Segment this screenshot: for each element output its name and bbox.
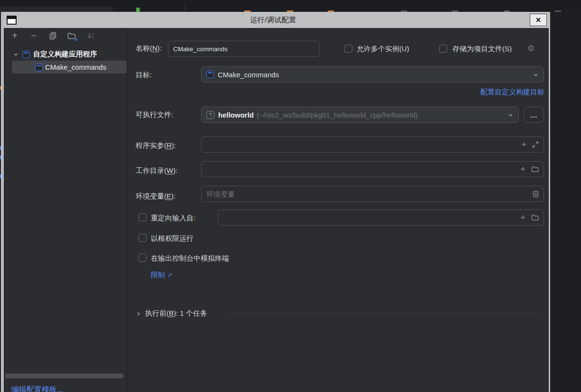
program-arguments-label: 程序实参(R): — [136, 141, 176, 150]
chevron-right-icon[interactable] — [136, 311, 141, 317]
ide-background-strip — [0, 0, 581, 12]
add-configuration-button[interactable]: + — [10, 31, 19, 40]
section-divider — [227, 313, 539, 314]
custom-build-app-icon — [22, 51, 30, 58]
name-label: 名称(N): — [136, 44, 162, 53]
tree-group-label: 自定义构建应用程序 — [33, 50, 97, 59]
folder-icon[interactable] — [531, 214, 539, 221]
target-select[interactable]: CMake_commands — [201, 66, 544, 82]
copy-configuration-button[interactable] — [48, 31, 57, 40]
chevron-down-icon — [533, 72, 539, 78]
store-as-project-file-label: 存储为项目文件(S) — [452, 45, 512, 54]
window-icon — [7, 16, 17, 25]
configurations-sidebar: + − — [4, 28, 127, 392]
custom-build-app-icon — [35, 64, 43, 71]
expand-icon[interactable] — [532, 141, 539, 148]
working-directory-field[interactable]: + — [201, 161, 544, 177]
custom-build-app-icon — [206, 71, 214, 78]
configure-custom-build-targets-link[interactable]: 配置自定义构建目标 — [480, 88, 544, 97]
allow-multiple-instances-checkbox[interactable] — [344, 45, 352, 53]
executable-label: 可执行文件: — [136, 110, 173, 119]
run-debug-configurations-dialog: 运行/调试配置 × + − — [1, 12, 550, 392]
limits-link[interactable]: 限制 — [151, 271, 165, 279]
add-icon[interactable]: + — [521, 141, 526, 148]
tree-group-custom-build-app[interactable]: 自定义构建应用程序 — [4, 48, 127, 61]
limits-link-row: 限制 ↗ — [151, 271, 172, 280]
chevron-down-icon — [507, 112, 514, 118]
new-folder-button[interactable]: + — [67, 31, 76, 40]
emulate-terminal-label: 在输出控制台中模拟终端 — [151, 254, 229, 263]
target-value: CMake_commands — [218, 71, 279, 79]
executable-select[interactable]: ? helloworld (~/ros2_ws/build/pkg01_hell… — [201, 107, 519, 123]
copy-icon — [49, 32, 57, 40]
close-button[interactable]: × — [530, 14, 547, 26]
tree-item-cmake-commands-selected[interactable]: CMake_commands — [12, 61, 127, 73]
editor-divider — [185, 4, 185, 12]
before-launch-label[interactable]: 执行前(B): 1 个任务 — [145, 309, 207, 318]
working-directory-label: 工作目录(W): — [136, 166, 177, 175]
environment-variables-label: 环境变量(E): — [136, 192, 175, 201]
redirect-input-checkbox[interactable] — [138, 213, 147, 221]
allow-multiple-instances-label: 允许多个实例(U) — [357, 45, 409, 54]
dialog-titlebar[interactable]: 运行/调试配置 × — [4, 12, 549, 28]
tree-item-label: CMake_commands — [45, 63, 106, 71]
run-as-root-label: 以根权限运行 — [151, 234, 194, 243]
tree-toolbar: + − — [4, 28, 127, 44]
gear-icon[interactable]: ⚙ — [527, 44, 535, 54]
store-as-project-file-checkbox[interactable] — [439, 45, 447, 53]
browse-executable-button[interactable]: ... — [524, 107, 544, 123]
chevron-down-icon[interactable] — [13, 51, 19, 57]
arrow-down-icon — [87, 32, 92, 39]
add-icon[interactable]: + — [520, 165, 526, 173]
remove-configuration-button[interactable]: − — [29, 31, 38, 40]
name-input[interactable] — [168, 41, 320, 57]
add-icon[interactable]: + — [520, 214, 526, 221]
dialog-title: 运行/调试配置 — [17, 16, 530, 25]
target-label: 目标: — [136, 71, 152, 80]
screen: 运行/调试配置 × + − — [0, 0, 581, 392]
redirect-input-field[interactable]: + — [218, 210, 544, 226]
redirect-input-label: 重定向输入自: — [151, 214, 195, 223]
folder-icon[interactable] — [531, 166, 539, 173]
edit-configuration-templates-link[interactable]: 编辑配置模板... — [11, 385, 63, 392]
executable-name: helloworld — [218, 111, 254, 119]
redirect-input-path-input[interactable] — [223, 214, 520, 222]
editor-text-fragment — [555, 10, 561, 12]
ide-tab-fragment — [0, 7, 113, 12]
run-gutter-icon — [136, 8, 140, 12]
emulate-terminal-checkbox[interactable] — [138, 254, 147, 262]
environment-variables-input[interactable] — [206, 190, 533, 198]
plus-badge-icon: + — [74, 36, 78, 43]
program-arguments-field[interactable]: + — [201, 137, 544, 153]
run-as-root-checkbox[interactable] — [138, 234, 147, 242]
tree-horizontal-scrollbar[interactable] — [5, 374, 123, 378]
executable-path: (~/ros2_ws/build/pkg01_helloworld_cpp/he… — [257, 111, 418, 119]
environment-variables-field[interactable] — [201, 186, 544, 202]
program-arguments-input[interactable] — [206, 141, 521, 149]
sort-az-label: a z — [92, 32, 94, 39]
working-directory-input[interactable] — [206, 165, 520, 173]
configuration-form: 名称(N): 允许多个实例(U) 存储为项目文件(S) ⚙ 目标: CMake_… — [127, 28, 549, 392]
external-link-icon: ↗ — [167, 272, 172, 279]
sort-configurations-button[interactable]: a z — [86, 31, 95, 40]
list-icon[interactable] — [533, 191, 539, 198]
help-icon: ? — [206, 111, 214, 119]
